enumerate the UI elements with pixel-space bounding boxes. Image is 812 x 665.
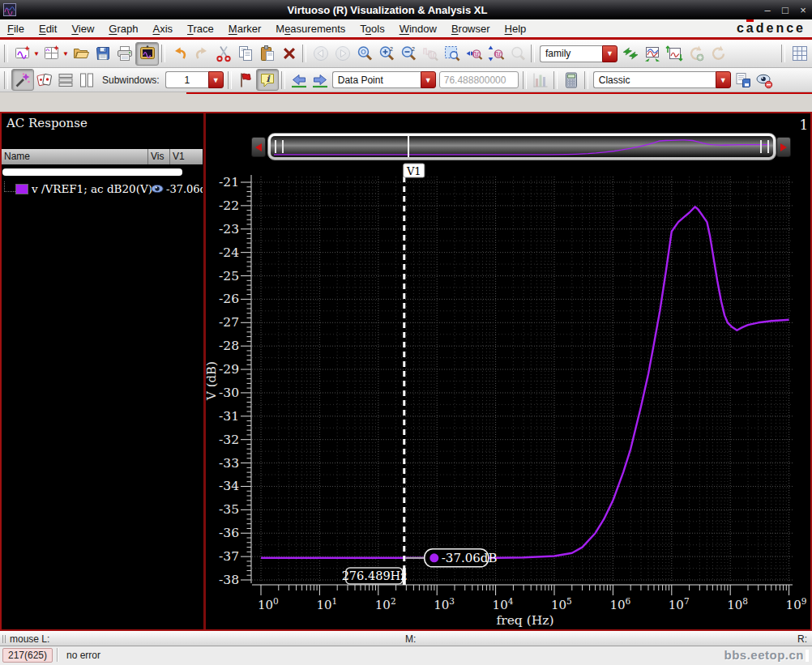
zoom-in-icon: 2 <box>378 45 395 62</box>
column-header-vis[interactable]: Vis <box>148 149 170 164</box>
panel-splitter[interactable] <box>203 113 206 629</box>
tab-bar: plan3 bandgap4_test schematic✕plan3 band… <box>0 92 812 112</box>
window-title: Virtuoso (R) Visualization & Analysis XL <box>16 4 759 16</box>
strip-split-button[interactable] <box>619 43 641 65</box>
style-combo[interactable]: Classic▼ <box>593 71 731 88</box>
virtuoso-visualization-window: { "window": { "title": "Virtuoso (R) Vis… <box>0 0 812 665</box>
visibility-eye-icon[interactable] <box>151 184 164 196</box>
menu-graph[interactable]: Graph <box>101 21 145 36</box>
chevron-down-icon[interactable]: ▼ <box>716 71 731 88</box>
chevron-down-icon[interactable]: ▼ <box>421 71 436 88</box>
horizontal-scrollbar[interactable] <box>2 168 182 176</box>
trace-curve[interactable] <box>261 207 789 558</box>
flag-icon <box>237 71 254 89</box>
svg-text:2: 2 <box>390 46 393 52</box>
cut-button[interactable] <box>212 43 234 65</box>
zoom-prev-button <box>506 43 528 65</box>
column-header-v1[interactable]: V1 <box>170 149 203 164</box>
print-button[interactable] <box>113 43 135 65</box>
menu-window[interactable]: Window <box>392 21 444 36</box>
strip-overlay-button[interactable] <box>641 43 663 65</box>
update-sub-icon <box>687 45 705 62</box>
point-next-button[interactable] <box>310 70 331 90</box>
paste-icon <box>259 45 276 62</box>
svg-text:-26: -26 <box>219 292 239 306</box>
menu-browser[interactable]: Browser <box>444 21 498 36</box>
rows-button[interactable] <box>55 70 76 90</box>
open-button[interactable] <box>70 43 92 65</box>
svg-text:-33: -33 <box>219 456 239 471</box>
update-button <box>707 43 729 65</box>
new-subwindow-button[interactable] <box>41 43 62 65</box>
wand-button[interactable] <box>11 69 34 91</box>
close-button[interactable]: × <box>794 4 812 16</box>
eye-hide-button[interactable] <box>754 70 775 90</box>
toolbar-group-grip <box>553 71 558 89</box>
zoom-out-button[interactable]: 2 <box>397 43 419 65</box>
navigator-marker-line <box>408 136 409 157</box>
zoom-transient-button <box>419 43 441 65</box>
datapoint-mode-combo[interactable]: Data Point▼ <box>332 71 436 88</box>
columns-button[interactable] <box>76 70 97 90</box>
zoom-area-button[interactable] <box>441 43 463 65</box>
menu-view[interactable]: View <box>64 21 101 36</box>
trace-table-header: Name Vis V1 <box>2 149 203 164</box>
save-button[interactable] <box>92 43 113 65</box>
thumb-left-grip[interactable] <box>275 140 284 153</box>
svg-text:-24: -24 <box>219 245 239 260</box>
strip-split-icon <box>622 45 639 62</box>
info-button[interactable]: i <box>256 69 279 91</box>
chevron-down-icon[interactable]: ▼ <box>208 71 224 88</box>
pan-right-arrow-button[interactable] <box>776 137 791 157</box>
window-frame-button[interactable] <box>135 42 159 66</box>
menu-marker[interactable]: Marker <box>221 21 268 36</box>
flag-button[interactable] <box>235 70 256 90</box>
paste-button[interactable] <box>256 43 278 65</box>
thumb-right-grip[interactable] <box>760 140 769 153</box>
left-triangle-icon <box>255 143 262 151</box>
navigator-track[interactable] <box>267 133 776 160</box>
family-combo[interactable]: family▼ <box>540 45 618 62</box>
new-window-dropdown-arrow[interactable]: ▼ <box>33 43 41 65</box>
axes-vertical-button[interactable] <box>663 43 685 65</box>
navigator-thumb[interactable] <box>271 136 773 157</box>
svg-text:103: 103 <box>434 596 455 612</box>
subwindows-label: Subwindows: <box>102 75 160 86</box>
datapoint-value-field[interactable]: 76.488800000 <box>439 71 519 88</box>
menu-tools[interactable]: Tools <box>353 21 391 36</box>
menu-axis[interactable]: Axis <box>145 21 180 36</box>
zoom-in-button[interactable]: 2 <box>375 43 397 65</box>
rows-icon <box>57 71 75 89</box>
chevron-down-icon[interactable]: ▼ <box>602 45 618 62</box>
subwindows-combo[interactable]: 1▼ <box>165 71 224 88</box>
menu-trace[interactable]: Trace <box>180 21 221 36</box>
nav-back-button <box>310 43 331 65</box>
point-prev-button[interactable] <box>288 70 310 90</box>
redo-icon <box>193 45 211 62</box>
column-header-name[interactable]: Name <box>2 149 148 164</box>
pan-left-arrow-button[interactable] <box>251 137 266 157</box>
toolbar-group-grip <box>781 45 785 62</box>
zoom-x-button[interactable] <box>463 43 485 65</box>
menu-file[interactable]: File <box>0 21 32 36</box>
copy-button[interactable] <box>234 43 256 65</box>
menu-help[interactable]: Help <box>498 21 534 36</box>
menu-edit[interactable]: Edit <box>32 21 64 36</box>
zoom-fit-button[interactable] <box>353 43 375 65</box>
grid-table-button[interactable] <box>788 43 810 65</box>
new-window-button[interactable] <box>11 43 33 65</box>
trace-name[interactable]: v /VREF1; ac dB20(V) <box>32 182 152 195</box>
maximize-button[interactable]: □ <box>776 4 794 16</box>
x-axis-title: freq (Hz) <box>497 613 554 628</box>
cards-button[interactable] <box>34 70 55 90</box>
calculator-button[interactable] <box>561 70 582 90</box>
zoom-y-button[interactable] <box>485 43 506 65</box>
save-annotation-button[interactable] <box>733 70 754 90</box>
minimize-button[interactable]: – <box>759 4 776 16</box>
status-bar-message: 217(625) no error bbs.eetop.cn <box>0 646 812 665</box>
undo-button[interactable] <box>169 43 190 65</box>
delete-button[interactable] <box>278 43 300 65</box>
trace-row[interactable]: v /VREF1; ac dB20(V) -37.06dB <box>2 181 203 197</box>
new-subwindow-dropdown-arrow[interactable]: ▼ <box>62 43 70 65</box>
menu-measurements[interactable]: Measurements <box>268 21 353 36</box>
